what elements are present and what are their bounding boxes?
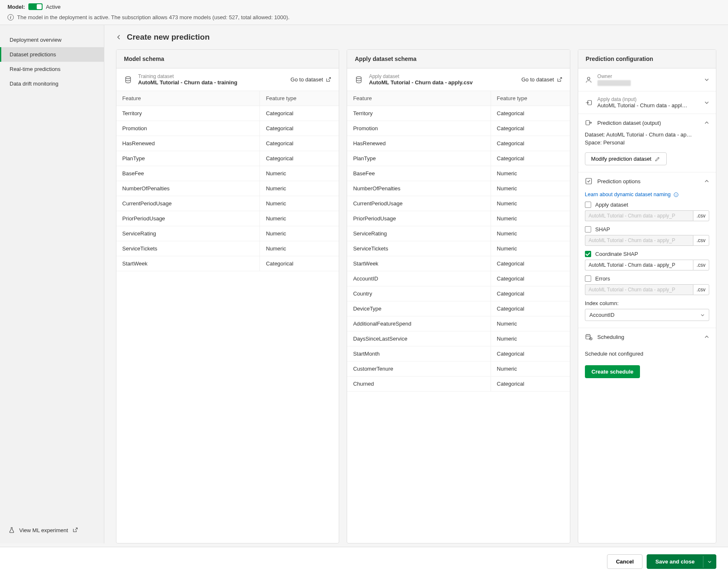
- feature-cell: Promotion: [347, 121, 490, 136]
- save-and-close-button[interactable]: Save and close: [647, 554, 716, 569]
- type-cell: Numeric: [491, 361, 570, 376]
- goto-apply-dataset[interactable]: Go to dataset: [521, 76, 562, 83]
- table-row: DaysSinceLastServiceNumeric: [347, 331, 569, 346]
- sidebar-item-deployment-overview[interactable]: Deployment overview: [0, 33, 104, 47]
- model-schema-table-head: Feature Feature type: [116, 91, 339, 106]
- checkbox[interactable]: [585, 251, 591, 257]
- option-file-input: AutoML Tutorial - Churn data - apply_P: [585, 284, 693, 295]
- table-row: NumberOfPenaltiesNumeric: [347, 181, 569, 196]
- save-dropdown-toggle[interactable]: [703, 556, 716, 568]
- feature-cell: Churned: [347, 376, 490, 391]
- feature-cell: StartWeek: [347, 256, 490, 271]
- flask-icon: [8, 527, 15, 533]
- type-cell: Numeric: [259, 226, 339, 241]
- table-row: TerritoryCategorical: [116, 106, 339, 121]
- config-apply-data-section[interactable]: Apply data (input) AutoML Tutorial - Chu…: [578, 91, 716, 114]
- model-toggle-row: Model: Active: [8, 3, 720, 10]
- feature-cell: ServiceRating: [347, 226, 490, 241]
- checkbox[interactable]: [585, 202, 591, 208]
- type-cell: Categorical: [259, 256, 339, 271]
- apply-schema-panel: Apply dataset schema Apply dataset AutoM…: [347, 49, 570, 543]
- svg-point-1: [357, 76, 362, 78]
- table-row: PromotionCategorical: [347, 121, 569, 136]
- cancel-button[interactable]: Cancel: [607, 554, 642, 569]
- chevron-down-icon: [708, 560, 712, 564]
- output-label: Prediction dataset (output): [597, 120, 699, 126]
- option-file-row: AutoML Tutorial - Churn data - apply_P.c…: [585, 235, 709, 246]
- top-banner: Model: Active i The model in the deploym…: [0, 0, 728, 25]
- output-dataset-line: Dataset: AutoML Tutorial - Churn data - …: [585, 131, 709, 138]
- type-cell: Numeric: [491, 166, 570, 181]
- option-coordinate-shap: Coordinate SHAP: [585, 251, 709, 257]
- index-column-label: Index column:: [585, 300, 709, 306]
- table-row: PlanTypeCategorical: [347, 151, 569, 166]
- goto-training-dataset[interactable]: Go to dataset: [290, 76, 331, 83]
- option-file-input[interactable]: AutoML Tutorial - Churn data - apply_P: [585, 260, 693, 270]
- type-cell: Categorical: [491, 121, 570, 136]
- table-row: CurrentPeriodUsageNumeric: [116, 196, 339, 211]
- table-row: AccountIDCategorical: [347, 271, 569, 286]
- config-output-toggle[interactable]: Prediction dataset (output): [578, 114, 716, 131]
- model-schema-header: Model schema: [116, 50, 339, 68]
- type-cell: Numeric: [259, 181, 339, 196]
- type-cell: Numeric: [491, 316, 570, 331]
- type-cell: Categorical: [491, 346, 570, 361]
- feature-cell: CurrentPeriodUsage: [347, 196, 490, 211]
- feature-cell: PriorPeriodUsage: [116, 211, 259, 226]
- content-area: Create new prediction Model schema Train…: [104, 25, 728, 543]
- footer-actions: Cancel Save and close: [0, 547, 728, 576]
- chevron-down-icon: [700, 313, 705, 317]
- type-cell: Numeric: [259, 241, 339, 256]
- option-file-input: AutoML Tutorial - Churn data - apply_P: [585, 235, 693, 246]
- checkbox[interactable]: [585, 226, 591, 232]
- page-title: Create new prediction: [127, 33, 210, 42]
- chevron-up-icon: [704, 120, 709, 125]
- table-row: StartWeekCategorical: [116, 256, 339, 271]
- panel-row: Model schema Training dataset AutoML Tut…: [116, 49, 716, 543]
- sidebar-item-real-time-predictions[interactable]: Real-time predictions: [0, 62, 104, 76]
- type-cell: Categorical: [491, 106, 570, 121]
- create-schedule-button[interactable]: Create schedule: [585, 365, 640, 378]
- view-ml-experiment-label: View ML experiment: [19, 527, 68, 533]
- config-options-toggle[interactable]: Prediction options: [578, 172, 716, 190]
- modify-prediction-dataset-button[interactable]: Modify prediction dataset: [585, 152, 667, 165]
- table-row: ServiceRatingNumeric: [116, 226, 339, 241]
- table-row: AdditionalFeatureSpendNumeric: [347, 316, 569, 331]
- training-dataset-sub: Training dataset: [138, 73, 285, 79]
- option-file-row: AutoML Tutorial - Churn data - apply_P.c…: [585, 260, 709, 270]
- index-column-select[interactable]: AccountID: [585, 309, 709, 321]
- option-label: SHAP: [595, 226, 610, 232]
- owner-value-redacted: [597, 80, 631, 86]
- goto-training-label: Go to dataset: [290, 76, 323, 83]
- external-link-icon: [72, 527, 78, 533]
- type-cell: Numeric: [491, 181, 570, 196]
- feature-cell: NumberOfPenalties: [347, 181, 490, 196]
- learn-dynamic-naming-link[interactable]: Learn about dynamic dataset naming: [585, 192, 679, 197]
- goto-apply-label: Go to dataset: [521, 76, 554, 83]
- back-button[interactable]: [116, 34, 122, 40]
- training-dataset-row: Training dataset AutoML Tutorial - Churn…: [116, 68, 339, 91]
- table-row: PriorPeriodUsageNumeric: [347, 211, 569, 226]
- checkbox[interactable]: [585, 275, 591, 282]
- option-shap: SHAP: [585, 226, 709, 232]
- model-active-toggle[interactable]: [28, 3, 43, 10]
- apply-dataset-row: Apply dataset AutoML Tutorial - Churn da…: [347, 68, 569, 91]
- save-button-label: Save and close: [647, 555, 703, 568]
- view-ml-experiment-link[interactable]: View ML experiment: [0, 520, 104, 543]
- config-scheduling-toggle[interactable]: Scheduling: [578, 328, 716, 346]
- type-cell: Categorical: [491, 301, 570, 316]
- type-cell: Numeric: [259, 211, 339, 226]
- feature-cell: PlanType: [347, 151, 490, 166]
- apply-schema-table-head: Feature Feature type: [347, 91, 569, 106]
- sidebar-item-dataset-predictions[interactable]: Dataset predictions: [0, 47, 104, 62]
- type-cell: Categorical: [259, 121, 339, 136]
- sidebar-item-data-drift-monitoring[interactable]: Data drift monitoring: [0, 76, 104, 91]
- type-cell: Categorical: [491, 376, 570, 391]
- chevron-down-icon: [704, 100, 709, 105]
- config-owner-section[interactable]: Owner: [578, 68, 716, 91]
- feature-cell: CustomerTenure: [347, 361, 490, 376]
- database-icon: [355, 76, 363, 84]
- svg-point-0: [126, 76, 131, 78]
- option-file-ext: .csv: [693, 284, 709, 295]
- page-header: Create new prediction: [116, 33, 716, 42]
